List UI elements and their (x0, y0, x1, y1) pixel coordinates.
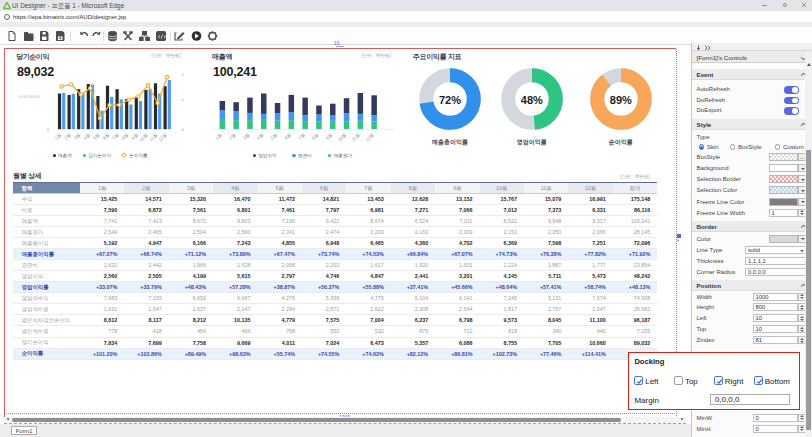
svg-text:6월: 6월 (102, 132, 110, 140)
svg-text:10월: 10월 (337, 132, 347, 142)
svg-text:0: 0 (182, 127, 185, 132)
svg-text:9월: 9월 (325, 132, 333, 140)
svg-text:1: 1 (182, 72, 185, 77)
svg-text:5월: 5월 (270, 132, 278, 140)
svg-text:1월: 1월 (54, 132, 62, 140)
svg-text:2월: 2월 (228, 132, 236, 140)
svg-text:8월: 8월 (311, 132, 319, 140)
svg-text:7월: 7월 (111, 132, 119, 140)
svg-text:6월: 6월 (284, 132, 292, 140)
svg-text:4월: 4월 (83, 132, 91, 140)
svg-text:12월: 12월 (158, 132, 168, 142)
svg-text:2월: 2월 (63, 132, 71, 140)
svg-text:4월: 4월 (256, 132, 264, 140)
svg-text:5월: 5월 (92, 132, 100, 140)
svg-text:0: 0 (47, 127, 50, 132)
svg-text:11월: 11월 (148, 132, 158, 142)
svg-text:11월: 11월 (351, 132, 361, 142)
svg-text:7월: 7월 (297, 132, 305, 140)
svg-text:12월: 12월 (365, 132, 375, 142)
svg-text:1월: 1월 (215, 132, 223, 140)
svg-text:10월: 10월 (138, 132, 148, 142)
svg-text:8월: 8월 (121, 132, 129, 140)
svg-text:3월: 3월 (73, 132, 81, 140)
svg-text:3월: 3월 (242, 132, 250, 140)
svg-text:1: 1 (182, 97, 185, 102)
